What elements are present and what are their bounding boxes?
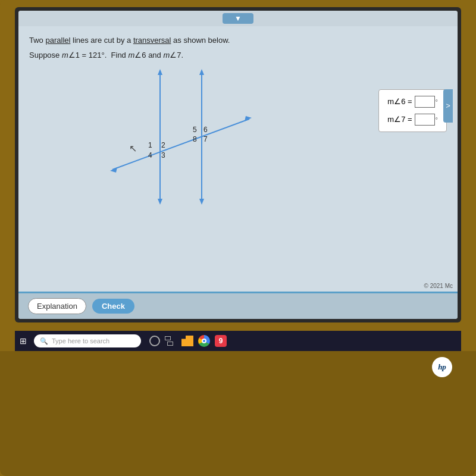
bottom-bar: Explanation Check [18,292,458,319]
problem-question: Suppose m∠1 = 121°. Find m∠6 and m∠7. [29,51,447,60]
scroll-indicator: ▼ [18,11,458,26]
start-button[interactable]: ⊞ [20,336,27,346]
scroll-down-btn[interactable]: ▼ [223,13,253,24]
app9-icon[interactable]: 9 [215,335,227,347]
search-icon: 🔍 [40,337,48,345]
taskview-icon[interactable] [165,336,177,346]
svg-text:1: 1 [148,141,152,149]
check-button[interactable]: Check [92,299,134,314]
svg-marker-2 [158,199,162,205]
geometry-diagram: 1 2 4 3 5 6 8 7 [77,65,279,208]
answer-row-7: m∠7 = ° [387,114,438,126]
answer-row-6: m∠6 = ° [387,96,438,108]
explanation-button[interactable]: Explanation [28,298,86,314]
svg-marker-4 [199,69,204,75]
file-explorer-icon[interactable] [181,336,193,346]
diagram-area: 1 2 4 3 5 6 8 7 ↖ [29,65,447,208]
answer-input-7[interactable] [415,114,435,126]
parallel-word: parallel [45,36,70,45]
svg-text:8: 8 [193,135,197,143]
svg-text:6: 6 [203,126,208,134]
problem-statement: Two parallel lines are cut by a transver… [29,35,447,47]
answer-label-7: m∠7 = [387,115,412,124]
answer-input-6[interactable] [415,96,435,108]
svg-marker-8 [245,116,252,121]
svg-marker-5 [199,199,204,205]
degree-symbol-7: ° [436,116,438,123]
cortana-icon[interactable] [149,336,160,346]
svg-text:4: 4 [148,151,152,159]
svg-marker-7 [110,167,117,173]
taskbar-icons: 9 [149,335,227,347]
transversal-word: transversal [133,36,171,45]
chrome-icon[interactable] [198,335,210,347]
svg-text:3: 3 [161,151,165,159]
svg-marker-1 [158,69,162,75]
copyright-text: © 2021 Mc [424,283,453,289]
search-bar[interactable]: 🔍 Type here to search [34,334,141,347]
svg-line-6 [112,119,249,170]
degree-symbol-6: ° [436,98,438,105]
svg-text:2: 2 [161,141,165,149]
taskbar: ⊞ 🔍 Type here to search 9 [15,331,461,351]
hp-logo: hp [432,357,452,377]
laptop-chassis: hp [0,351,476,476]
search-text: Type here to search [52,337,109,345]
answer-label-6: m∠6 = [387,97,412,106]
svg-text:7: 7 [203,135,208,143]
answer-panel: m∠6 = ° m∠7 = ° [378,89,447,132]
next-button[interactable]: > [443,89,453,123]
svg-text:5: 5 [193,126,197,134]
